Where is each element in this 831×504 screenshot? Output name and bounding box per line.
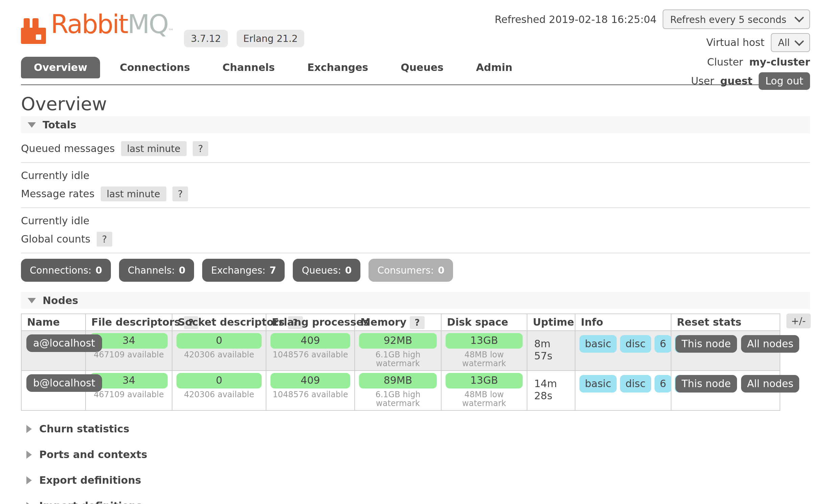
node-name-badge: a@localhost	[26, 334, 102, 352]
count-badge-connections[interactable]: Connections: 0	[21, 259, 111, 282]
memory-watermark-text: 6.1GB high watermark	[359, 349, 437, 368]
count-badge-channels[interactable]: Channels: 0	[119, 259, 194, 282]
reset-all-nodes-button[interactable]: All nodes	[741, 375, 800, 393]
expand-arrow-icon	[26, 451, 32, 459]
section-export-definitions[interactable]: Export definitions	[26, 468, 810, 493]
info-badge-disc: disc	[620, 335, 651, 353]
queued-rate-window-badge[interactable]: last minute	[121, 141, 187, 156]
tab-overview[interactable]: Overview	[21, 57, 100, 78]
sd-cell: 0420306 available	[172, 331, 266, 371]
col-uptime-label: Uptime	[533, 316, 574, 328]
section-totals-title: Totals	[43, 119, 76, 131]
expand-arrow-icon	[26, 425, 32, 433]
col-name-label: Name	[27, 316, 60, 328]
nodes-table-wrap: Name File descriptors? Socket descriptor…	[21, 313, 810, 411]
col-ep-label: Erlang processes	[272, 316, 369, 328]
help-icon[interactable]: ?	[193, 141, 209, 156]
brand-wordmark-rabbit: Rabbit	[51, 9, 127, 39]
app-root: RabbitMQ™ 3.7.12 Erlang 21.2 Refreshed 2…	[0, 0, 831, 504]
chevron-down-icon	[794, 36, 804, 46]
global-counts-row: Global counts ?	[21, 228, 810, 253]
count-badge-exchanges[interactable]: Exchanges: 7	[202, 259, 285, 282]
section-nodes-title: Nodes	[43, 294, 78, 306]
col-reset-label: Reset stats	[677, 316, 741, 328]
col-uptime: Uptime	[527, 314, 575, 331]
ep-available-text: 1048576 available	[270, 388, 350, 399]
count-badge-queues[interactable]: Queues: 0	[293, 259, 361, 282]
cluster-name: my-cluster	[749, 56, 810, 68]
col-memory: Memory?	[355, 314, 441, 331]
disk-watermark-text: 48MB low watermark	[446, 349, 523, 368]
info-badges: basic disc 6 rss	[579, 333, 667, 353]
uptime-value: 14m 28s	[531, 373, 571, 402]
uptime-cell: 8m 57s	[527, 331, 575, 371]
global-counts-label: Global counts	[21, 233, 91, 245]
help-icon[interactable]: ?	[97, 232, 113, 247]
user-name: guest	[720, 75, 752, 87]
message-rates-row: Message rates last minute ?	[21, 183, 810, 208]
rabbitmq-rabbit-icon	[21, 18, 46, 44]
virtual-host-row: Virtual host All	[706, 33, 810, 52]
tab-connections[interactable]: Connections	[107, 57, 203, 78]
reset-this-node-button[interactable]: This node	[675, 375, 737, 393]
help-icon[interactable]: ?	[172, 186, 188, 201]
collapsed-sections: Churn statistics Ports and contexts Expo…	[21, 416, 810, 504]
nodes-table: Name File descriptors? Socket descriptor…	[21, 313, 780, 411]
section-nodes-header[interactable]: Nodes	[21, 292, 810, 309]
node-row-a: a@localhost 34467109 available 0420306 a…	[21, 331, 780, 371]
count-label: Consumers:	[377, 265, 434, 276]
sd-metric-bar: 0	[176, 373, 262, 388]
node-row-b: b@localhost 34467109 available 0420306 a…	[21, 371, 780, 410]
refresh-row: Refreshed 2019-02-18 16:25:04 Refresh ev…	[495, 9, 810, 29]
virtual-host-select[interactable]: All	[770, 33, 810, 52]
disk-metric-bar: 13GB	[446, 333, 523, 349]
node-name-cell: b@localhost	[21, 371, 86, 410]
ep-metric-bar: 409	[270, 333, 350, 349]
page: RabbitMQ™ 3.7.12 Erlang 21.2 Refreshed 2…	[0, 0, 831, 504]
fd-available-text: 467109 available	[90, 388, 168, 399]
count-label: Exchanges:	[211, 265, 265, 276]
queued-idle-text: Currently idle	[21, 163, 810, 183]
page-title: Overview	[21, 94, 810, 114]
expand-arrow-icon	[26, 502, 32, 504]
info-badge-plugin-count: 6	[654, 375, 671, 393]
section-totals-header[interactable]: Totals	[21, 116, 810, 133]
disk-cell: 13GB48MB low watermark	[441, 331, 527, 371]
ep-cell: 4091048576 available	[266, 371, 355, 410]
help-icon[interactable]: ?	[410, 316, 424, 329]
queued-messages-label: Queued messages	[21, 143, 115, 155]
rates-rate-window-badge[interactable]: last minute	[101, 186, 166, 201]
reset-stats-cell: This node All nodes	[671, 331, 780, 371]
reset-all-nodes-button[interactable]: All nodes	[741, 335, 800, 353]
disk-metric-bar: 13GB	[446, 373, 523, 388]
section-churn-statistics-title: Churn statistics	[39, 423, 129, 435]
count-badge-consumers[interactable]: Consumers: 0	[369, 259, 453, 282]
info-badge-basic: basic	[579, 335, 617, 353]
tab-exchanges[interactable]: Exchanges	[294, 57, 381, 78]
logout-button[interactable]: Log out	[759, 72, 810, 90]
uptime-value: 8m 57s	[531, 333, 571, 362]
rabbitmq-logo[interactable]: RabbitMQ™	[21, 11, 174, 44]
count-label: Connections:	[30, 265, 91, 276]
section-churn-statistics[interactable]: Churn statistics	[26, 416, 810, 442]
node-name-badge: b@localhost	[26, 374, 102, 392]
sd-available-text: 420306 available	[176, 349, 262, 359]
tab-channels[interactable]: Channels	[210, 57, 288, 78]
col-erlang-processes: Erlang processes	[266, 314, 355, 331]
refresh-interval-select[interactable]: Refresh every 5 seconds	[663, 9, 810, 29]
section-export-definitions-title: Export definitions	[39, 474, 141, 486]
refresh-interval-value: Refresh every 5 seconds	[670, 14, 786, 25]
column-toggle-button[interactable]: +/-	[786, 313, 810, 328]
col-name: Name	[21, 314, 86, 331]
memory-metric-bar: 89MB	[359, 373, 437, 388]
reset-this-node-button[interactable]: This node	[675, 335, 737, 353]
tab-queues[interactable]: Queues	[388, 57, 456, 78]
count-label: Channels:	[128, 265, 175, 276]
disk-cell: 13GB48MB low watermark	[441, 371, 527, 410]
reset-stats-cell: This node All nodes	[671, 371, 780, 410]
info-badge-basic: basic	[579, 375, 617, 393]
section-ports-and-contexts[interactable]: Ports and contexts	[26, 442, 810, 468]
col-mem-label: Memory	[360, 316, 406, 328]
version-badges: 3.7.12 Erlang 21.2	[184, 30, 305, 47]
section-import-definitions[interactable]: Import definitions	[26, 493, 810, 504]
